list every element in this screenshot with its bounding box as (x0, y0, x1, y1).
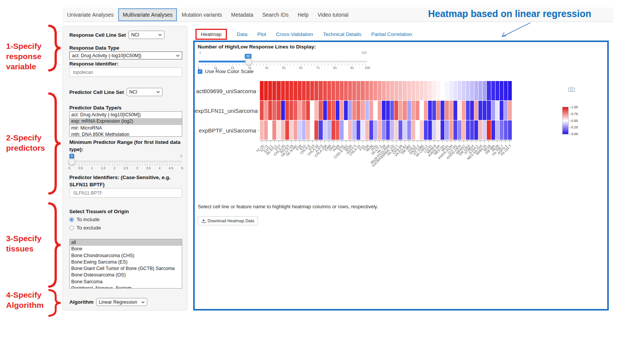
heatmap-cell[interactable] (352, 120, 356, 140)
heatmap-cell[interactable] (399, 101, 402, 120)
heatmap-cell[interactable] (500, 81, 503, 100)
heatmap-cell[interactable] (445, 101, 449, 120)
heatmap-cell[interactable] (428, 101, 432, 120)
heatmap-cell[interactable] (470, 120, 474, 140)
heatmap-cell[interactable] (483, 101, 486, 120)
heatmap-cell[interactable] (487, 81, 491, 100)
heatmap-cell[interactable] (374, 120, 377, 140)
tissue-option-all[interactable]: all (70, 239, 182, 246)
heatmap-cell[interactable] (399, 120, 402, 140)
heatmap-cell[interactable] (314, 120, 318, 140)
heatmap-cell[interactable] (281, 101, 285, 120)
heatmap-cell[interactable] (369, 120, 373, 140)
heatmap-cell[interactable] (504, 101, 508, 120)
tissue-option-bone-osteosarcoma-os[interactable]: Bone:Osteosarcoma (OS) (70, 272, 182, 278)
slider-track[interactable] (69, 161, 182, 162)
heatmap-cell[interactable] (496, 81, 499, 100)
heatmap-cell[interactable] (394, 120, 398, 140)
heatmap-cell[interactable] (508, 101, 512, 120)
heatmap-cell[interactable] (382, 81, 386, 100)
heatmap-cell[interactable] (331, 81, 335, 100)
heatmap-cell[interactable] (336, 81, 339, 100)
response-cell-line-set-select[interactable]: NCI (128, 31, 164, 39)
heatmap-cell[interactable] (466, 81, 470, 100)
heatmap-cell[interactable] (314, 101, 318, 120)
heatmap-cell[interactable] (374, 81, 377, 100)
tab-heatmap[interactable]: Heatmap (195, 29, 227, 40)
heatmap-cell[interactable] (331, 120, 335, 140)
heatmap-cell[interactable] (496, 101, 499, 120)
heatmap-cell[interactable] (478, 120, 482, 140)
row-color-scale-checkbox[interactable]: ✓ (198, 69, 202, 74)
tab-partial-correlation[interactable]: Partial Correlation (371, 31, 412, 37)
heatmap-cell[interactable] (390, 101, 394, 120)
heatmap-cell[interactable] (416, 120, 419, 140)
heatmap-cell[interactable] (403, 101, 406, 120)
heatmap-cell[interactable] (428, 120, 432, 140)
heatmap-cell[interactable] (327, 81, 331, 100)
heatmap-cell[interactable] (399, 81, 402, 100)
heatmap-cell[interactable] (416, 101, 419, 120)
nav-tab-search-ids[interactable]: Search IDs (258, 8, 293, 21)
heatmap-cell[interactable] (327, 101, 331, 120)
algorithm-select[interactable]: Linear Regression (96, 298, 147, 306)
heatmap-cell[interactable] (306, 120, 310, 140)
heatmap-cell[interactable] (407, 120, 411, 140)
heatmap-cell[interactable] (466, 120, 470, 140)
heatmap-cell[interactable] (470, 81, 474, 100)
download-heatmap-data-button[interactable]: Download Heatmap Data (198, 216, 258, 225)
heatmap-cell[interactable] (264, 101, 268, 120)
heatmap-cell[interactable] (458, 101, 461, 120)
tab-technical-details[interactable]: Technical Details (323, 31, 361, 37)
heatmap-cell[interactable] (411, 120, 415, 140)
heatmap-cell[interactable] (411, 81, 415, 100)
heatmap-cell[interactable] (390, 81, 394, 100)
heatmap-cell[interactable] (344, 120, 348, 140)
camera-icon[interactable] (568, 86, 575, 92)
heatmap-cell[interactable] (386, 81, 390, 100)
heatmap-cell[interactable] (272, 120, 276, 140)
heatmap-cell[interactable] (474, 101, 478, 120)
heatmap-cell[interactable] (382, 101, 386, 120)
heatmap-cell[interactable] (268, 101, 272, 120)
heatmap-cell[interactable] (390, 120, 394, 140)
heatmap-cell[interactable] (365, 81, 369, 100)
response-data-type-select[interactable]: act: Drug Activity (-log10[IC50M]) (69, 51, 182, 59)
tissue-option-bone-sarcoma[interactable]: Bone:Sarcoma (70, 279, 182, 285)
heatmap-cell[interactable] (474, 120, 478, 140)
heatmap-cell[interactable] (260, 81, 264, 100)
tissue-option-bone-chondrosarcoma-chs[interactable]: Bone:Chondrosarcoma (CHS) (70, 253, 182, 259)
heatmap-cell[interactable] (306, 101, 310, 120)
predictor-type-act-drug-activity-log10-ic50m[interactable]: act: Drug Activity (-log10[IC50M]) (70, 112, 182, 118)
heatmap-cell[interactable] (478, 81, 482, 100)
heatmap-cell[interactable] (500, 101, 503, 120)
predictor-identifiers-input[interactable]: SLFN11 BPTF (69, 188, 182, 198)
heatmap-cell[interactable] (340, 120, 344, 140)
nav-tab-univariate-analyses[interactable]: Univariate Analyses (63, 8, 118, 21)
heatmap-cell[interactable] (428, 81, 432, 100)
heatmap-cell[interactable] (348, 101, 352, 120)
heatmap-cell[interactable] (356, 101, 360, 120)
heatmap-cell[interactable] (436, 120, 440, 140)
heatmap-cell[interactable] (298, 81, 302, 100)
heatmap-cell[interactable] (348, 81, 352, 100)
heatmap-cell[interactable] (453, 120, 457, 140)
heatmap-cell[interactable] (449, 101, 453, 120)
heatmap-cell[interactable] (369, 81, 373, 100)
heatmap-cell[interactable] (458, 120, 461, 140)
feature-label-expslfn11-unisarcoma[interactable]: expSLFN11_uniSarcoma (195, 101, 259, 120)
heatmap-cell[interactable] (462, 120, 466, 140)
heatmap-cell[interactable] (365, 120, 369, 140)
heatmap-cell[interactable] (508, 81, 512, 100)
heatmap-cell[interactable] (336, 120, 339, 140)
heatmap-cell[interactable] (483, 81, 486, 100)
heatmap-cell[interactable] (302, 101, 306, 120)
heatmap-cell[interactable] (319, 120, 322, 140)
tissue-option-bone-ewing-sarcoma-es[interactable]: Bone:Ewing Sarcoma (ES) (70, 259, 182, 265)
heatmap-cell[interactable] (462, 81, 466, 100)
heatmap-cell[interactable] (458, 81, 461, 100)
heatmap-cell[interactable] (504, 81, 508, 100)
predictor-type-mth-dna-850k-methylation[interactable]: mth: DNA 850K Methylation (70, 131, 182, 137)
heatmap-cell[interactable] (285, 101, 289, 120)
heatmap-cell[interactable] (365, 101, 369, 120)
